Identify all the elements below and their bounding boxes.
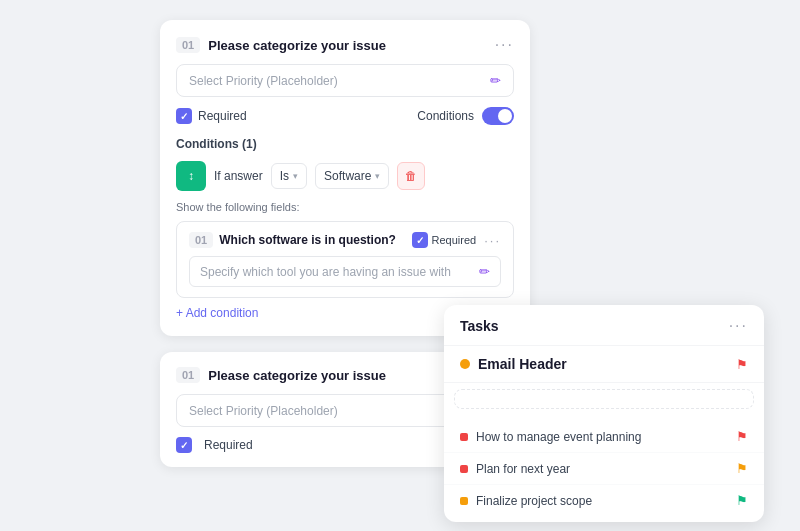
card-2-required-checkbox[interactable] [176, 437, 192, 453]
card-1-header: 01 Please categorize your issue ··· [176, 36, 514, 54]
chevron-down-icon: ▾ [293, 171, 298, 181]
dashed-placeholder [454, 389, 754, 409]
is-label: Is [280, 169, 289, 183]
email-header-left: Email Header [460, 356, 567, 372]
email-header-title: Email Header [478, 356, 567, 372]
required-checkbox[interactable] [176, 108, 192, 124]
add-condition-label: + Add condition [176, 306, 258, 320]
is-dropdown[interactable]: Is ▾ [271, 163, 307, 189]
task-item-2[interactable]: Plan for next year ⚑ [444, 453, 764, 485]
pencil-icon: ✏ [490, 73, 501, 88]
email-header-row[interactable]: Email Header ⚑ [444, 346, 764, 383]
tasks-header: Tasks ··· [444, 305, 764, 346]
task-1-text: How to manage event planning [476, 430, 641, 444]
task-2-text: Plan for next year [476, 462, 570, 476]
card-2-header-left: 01 Please categorize your issue [176, 367, 386, 383]
if-answer-label: If answer [214, 169, 263, 183]
software-dropdown[interactable]: Software ▾ [315, 163, 389, 189]
task-item-1[interactable]: How to manage event planning ⚑ [444, 421, 764, 453]
task-2-flag-icon: ⚑ [736, 461, 748, 476]
task-3-left: Finalize project scope [460, 494, 592, 508]
conditions-toggle[interactable] [482, 107, 514, 125]
tasks-title: Tasks [460, 318, 499, 334]
card-1-more-button[interactable]: ··· [495, 36, 514, 54]
sub-pencil-icon: ✏ [479, 264, 490, 279]
card-1-title: Please categorize your issue [208, 38, 386, 53]
required-label: Required [198, 109, 247, 123]
condition-row-1: ↕ If answer Is ▾ Software ▾ 🗑 [176, 161, 514, 191]
conditions-count: Conditions (1) [176, 137, 514, 151]
sub-required-badge: Required ··· [412, 232, 501, 248]
priority-select[interactable]: Select Priority (Placeholder) ✏ [176, 64, 514, 97]
email-header-dot [460, 359, 470, 369]
step-badge-1: 01 [176, 37, 200, 53]
software-label: Software [324, 169, 371, 183]
tasks-panel: Tasks ··· Email Header ⚑ How to manage e… [444, 305, 764, 522]
condition-icon: ↕ [176, 161, 206, 191]
conditions-section: Conditions (1) ↕ If answer Is ▾ Software… [176, 137, 514, 320]
sub-more-button[interactable]: ··· [484, 233, 501, 248]
sub-field-header: 01 Which software is in question? Requir… [189, 232, 501, 248]
card-2-priority-placeholder: Select Priority (Placeholder) [189, 404, 338, 418]
required-left: Required [176, 108, 247, 124]
task-1-left: How to manage event planning [460, 430, 641, 444]
task-1-dot-icon [460, 433, 468, 441]
step-badge-2: 01 [176, 367, 200, 383]
task-3-text: Finalize project scope [476, 494, 592, 508]
task-3-flag-icon: ⚑ [736, 493, 748, 508]
required-row: Required Conditions [176, 107, 514, 125]
tasks-list: How to manage event planning ⚑ Plan for … [444, 415, 764, 522]
delete-condition-button[interactable]: 🗑 [397, 162, 425, 190]
chevron-down-icon-2: ▾ [375, 171, 380, 181]
sub-required-label: Required [432, 234, 477, 246]
task-1-flag-icon: ⚑ [736, 429, 748, 444]
card-1: 01 Please categorize your issue ··· Sele… [160, 20, 530, 336]
sub-input-placeholder: Specify which tool you are having an iss… [200, 265, 451, 279]
conditions-row: Conditions [417, 107, 514, 125]
task-2-dot-icon [460, 465, 468, 473]
card-2-required-label: Required [204, 438, 253, 452]
tasks-more-button[interactable]: ··· [729, 317, 748, 335]
task-2-left: Plan for next year [460, 462, 570, 476]
sub-step-badge: 01 [189, 232, 213, 248]
sub-field-input[interactable]: Specify which tool you are having an iss… [189, 256, 501, 287]
sub-field-left: 01 Which software is in question? [189, 232, 396, 248]
show-fields-label: Show the following fields: [176, 201, 514, 213]
sub-field-title: Which software is in question? [219, 233, 396, 247]
task-item-3[interactable]: Finalize project scope ⚑ [444, 485, 764, 516]
sub-required-checkbox[interactable] [412, 232, 428, 248]
priority-placeholder: Select Priority (Placeholder) [189, 74, 338, 88]
email-header-flag-icon: ⚑ [736, 357, 748, 372]
task-3-dot-icon [460, 497, 468, 505]
card-1-header-left: 01 Please categorize your issue [176, 37, 386, 53]
card-2-title: Please categorize your issue [208, 368, 386, 383]
conditions-text: Conditions [417, 109, 474, 123]
sub-field-1: 01 Which software is in question? Requir… [176, 221, 514, 298]
